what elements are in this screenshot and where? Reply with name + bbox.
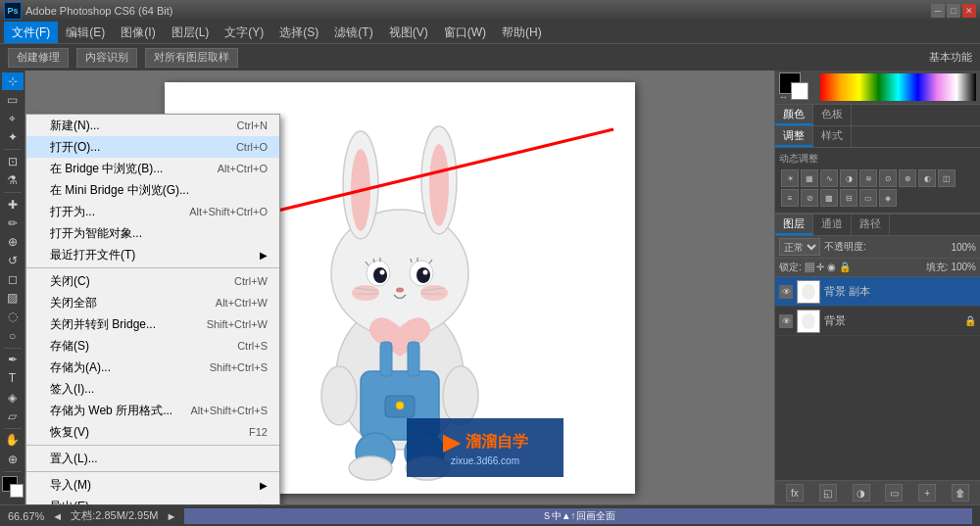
fill-label: 填充: 100%	[926, 261, 976, 274]
tab-color[interactable]: 颜色	[775, 105, 813, 125]
channel-mix-icon[interactable]: ≡	[781, 189, 799, 207]
history-brush-tool[interactable]: ↺	[2, 252, 24, 269]
brush-tool[interactable]: ✏	[2, 215, 24, 232]
pen-tool[interactable]: ✒	[2, 351, 24, 368]
menu-open-smart-object[interactable]: 打开为智能对象...	[26, 222, 279, 244]
gradient-tool[interactable]: ▨	[2, 289, 24, 307]
lock-icons: 锁定: ▦ ✛ ◉ 🔒	[779, 261, 851, 274]
photo-filter-icon[interactable]: ◫	[938, 169, 956, 187]
color-balance-icon[interactable]: ⊗	[899, 169, 916, 187]
text-tool[interactable]: T	[2, 369, 24, 387]
menu-import[interactable]: 导入(M) ▶	[26, 474, 279, 496]
main-area: ⊹ ▭ ⌖ ✦ ⊡ ⚗ ✚ ✏ ⊕ ↺ ◻ ▨ ◌ ○ ✒ T ◈ ▱ ✋ ⊕	[0, 71, 980, 504]
bw-icon[interactable]: ◐	[918, 169, 936, 187]
minimize-button[interactable]: ─	[931, 4, 945, 18]
hue-sat-icon[interactable]: ⊙	[879, 169, 897, 187]
path-tool[interactable]: ◈	[2, 388, 24, 406]
move-tool[interactable]: ⊹	[2, 72, 24, 90]
options-bar: 创建修理 内容识别 对所有图层取样 基本功能	[0, 43, 980, 71]
selective-color-icon[interactable]: ◈	[879, 189, 897, 207]
menu-place[interactable]: 置入(L)...	[26, 448, 279, 469]
tab-layers[interactable]: 图层	[775, 215, 813, 235]
exposure-icon[interactable]: ◑	[840, 169, 858, 187]
create-repair-button[interactable]: 创建修理	[8, 48, 69, 68]
menu-save-web[interactable]: 存储为 Web 所用格式... Alt+Shift+Ctrl+S	[26, 400, 279, 421]
layer-adjustment-button[interactable]: ◑	[853, 484, 870, 502]
lasso-tool[interactable]: ⌖	[2, 110, 24, 127]
menu-edit[interactable]: 编辑(E)	[58, 22, 113, 43]
menu-close[interactable]: 关闭(C) Ctrl+W	[26, 270, 279, 292]
layers-tabs: 图层 通道 路径	[775, 214, 980, 236]
eyedropper-tool[interactable]: ⚗	[2, 171, 24, 189]
menu-select[interactable]: 选择(S)	[271, 22, 326, 43]
menu-filter[interactable]: 滤镜(T)	[326, 22, 380, 43]
layer-new-button[interactable]: +	[918, 484, 936, 502]
invert-icon[interactable]: ⊘	[801, 189, 818, 207]
menu-browse-bridge[interactable]: 在 Bridge 中浏览(B)... Alt+Ctrl+O	[26, 158, 279, 179]
healing-brush-tool[interactable]: ✚	[2, 196, 24, 214]
levels-icon[interactable]: ▦	[801, 169, 818, 187]
menu-revert[interactable]: 恢复(V) F12	[26, 421, 279, 443]
adj-label: 动态调整	[779, 152, 976, 166]
content-aware-button[interactable]: 内容识别	[76, 48, 137, 68]
tab-channels[interactable]: 通道	[813, 215, 852, 235]
gradient-map-icon[interactable]: ▭	[859, 189, 877, 207]
zoom-tool[interactable]: ⊕	[2, 451, 24, 468]
menu-new[interactable]: 新建(N)... Ctrl+N	[26, 115, 279, 136]
clone-stamp-tool[interactable]: ⊕	[2, 233, 24, 251]
shape-tool[interactable]: ▱	[2, 407, 24, 425]
layer-visibility-bg[interactable]: 👁	[779, 314, 793, 328]
menu-close-bridge[interactable]: 关闭并转到 Bridge... Shift+Ctrl+W	[26, 313, 279, 335]
eraser-tool[interactable]: ◻	[2, 270, 24, 288]
tab-swatches[interactable]: 色板	[813, 105, 852, 125]
fg-bg-colors[interactable]: ↔	[779, 72, 818, 102]
layer-delete-button[interactable]: 🗑	[952, 484, 969, 502]
menu-view[interactable]: 视图(V)	[381, 22, 436, 43]
menu-layer[interactable]: 图层(L)	[164, 22, 218, 43]
posterize-icon[interactable]: ▩	[820, 189, 838, 207]
magic-wand-tool[interactable]: ✦	[2, 128, 24, 146]
layer-fx-button[interactable]: fx	[786, 484, 804, 502]
blend-mode-select[interactable]: 正常	[779, 238, 820, 256]
status-arrow-right[interactable]: ►	[166, 510, 176, 522]
tab-paths[interactable]: 路径	[852, 215, 890, 235]
threshold-icon[interactable]: ⊟	[840, 189, 858, 207]
menu-open-as[interactable]: 打开为... Alt+Shift+Ctrl+O	[26, 201, 279, 222]
menu-file[interactable]: 文件(F)	[4, 22, 58, 43]
svg-point-11	[380, 269, 385, 274]
menu-image[interactable]: 图像(I)	[113, 22, 163, 43]
menu-save[interactable]: 存储(S) Ctrl+S	[26, 335, 279, 357]
sample-all-layers-button[interactable]: 对所有图层取样	[145, 48, 238, 68]
menu-open[interactable]: 打开(O)... Ctrl+O	[26, 136, 279, 158]
tab-adjustments[interactable]: 调整	[775, 126, 813, 147]
status-bar: 66.67% ◄ 文档:2.85M/2.95M ► Ｓ中▲↑回画全面	[0, 504, 980, 526]
brightness-icon[interactable]: ☀	[781, 169, 799, 187]
color-swatch[interactable]	[2, 476, 24, 501]
menu-text[interactable]: 文字(Y)	[217, 22, 271, 43]
layer-row-bg-copy[interactable]: 👁 背景 副本	[775, 277, 980, 307]
status-arrow-left[interactable]: ◄	[52, 510, 63, 522]
crop-tool[interactable]: ⊡	[2, 153, 24, 170]
menu-window[interactable]: 窗口(W)	[436, 22, 494, 43]
vibrance-icon[interactable]: ≋	[859, 169, 877, 187]
menu-export[interactable]: 导出(E) ▶	[26, 496, 279, 504]
marquee-tool[interactable]: ▭	[2, 91, 24, 109]
maximize-button[interactable]: □	[947, 4, 960, 18]
layer-visibility-bg-copy[interactable]: 👁	[779, 285, 793, 299]
curves-icon[interactable]: ∿	[820, 169, 838, 187]
dodge-tool[interactable]: ○	[2, 326, 24, 344]
close-button[interactable]: ✕	[962, 4, 976, 18]
menu-close-all[interactable]: 关闭全部 Alt+Ctrl+W	[26, 292, 279, 313]
color-spectrum[interactable]	[820, 73, 976, 101]
menu-checkin[interactable]: 签入(I)...	[26, 378, 279, 400]
hand-tool[interactable]: ✋	[2, 431, 24, 449]
menu-help[interactable]: 帮助(H)	[494, 22, 550, 43]
layer-row-bg[interactable]: 👁 背景 🔒	[775, 307, 980, 336]
menu-save-as[interactable]: 存储为(A)... Shift+Ctrl+S	[26, 357, 279, 378]
layer-group-button[interactable]: ▭	[885, 484, 903, 502]
tab-style[interactable]: 样式	[813, 126, 852, 147]
menu-browse-mini-bridge[interactable]: 在 Mini Bridge 中浏览(G)...	[26, 179, 279, 201]
layer-mask-button[interactable]: ◱	[819, 484, 837, 502]
blur-tool[interactable]: ◌	[2, 308, 24, 325]
menu-recent-files[interactable]: 最近打开文件(T) ▶	[26, 244, 279, 265]
